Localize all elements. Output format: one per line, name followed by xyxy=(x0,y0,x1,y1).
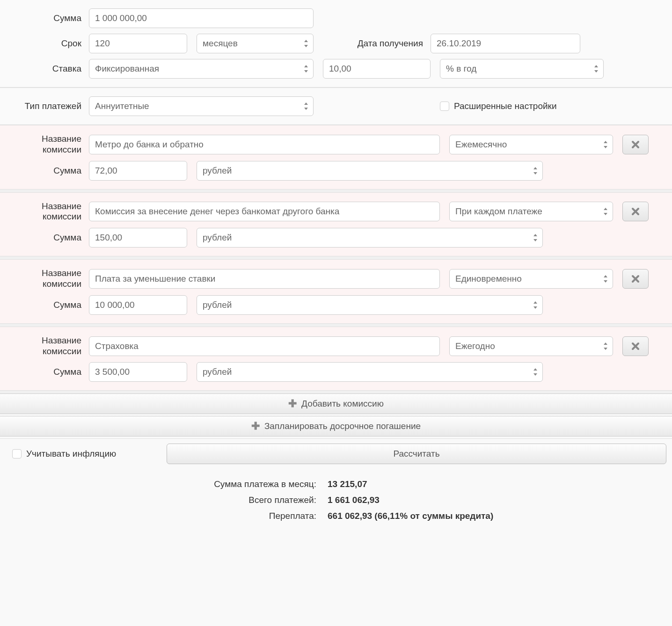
commission-unit-value: рублей xyxy=(203,233,232,243)
commission-freq-select[interactable]: При каждом платеже xyxy=(449,202,613,221)
commission-unit-select[interactable]: рублей xyxy=(197,161,543,181)
close-icon xyxy=(631,140,640,149)
commission-unit-value: рублей xyxy=(203,166,232,176)
calculate-label: Рассчитать xyxy=(393,449,439,459)
advanced-checkbox[interactable] xyxy=(440,102,449,111)
term-input[interactable] xyxy=(89,34,187,53)
commission-amount-input[interactable] xyxy=(89,295,187,315)
commission-unit-value: рублей xyxy=(203,367,232,377)
inflation-label: Учитывать инфляцию xyxy=(26,449,167,459)
commission-amount-input[interactable] xyxy=(89,161,187,181)
term-unit-select[interactable]: месяцев xyxy=(197,34,314,53)
plan-early-label: Запланировать досрочное погашение xyxy=(264,421,421,431)
plus-icon: ✚ xyxy=(288,398,297,410)
monthly-payment-label: Сумма платежа в месяц: xyxy=(0,479,328,489)
delete-commission-button[interactable] xyxy=(622,135,649,154)
commission-name-label: Названиекомиссии xyxy=(0,134,89,155)
chevron-updown-icon xyxy=(603,342,608,350)
commission-amount-label: Сумма xyxy=(0,166,89,176)
chevron-updown-icon xyxy=(304,65,308,73)
chevron-updown-icon xyxy=(533,234,538,241)
chevron-updown-icon xyxy=(533,167,538,175)
commission-freq-select[interactable]: Ежегодно xyxy=(449,336,613,356)
commission-amount-label: Сумма xyxy=(0,367,89,377)
date-input[interactable] xyxy=(431,34,580,53)
chevron-updown-icon xyxy=(533,368,538,376)
chevron-updown-icon xyxy=(603,275,608,283)
close-icon xyxy=(631,342,640,350)
delete-commission-button[interactable] xyxy=(622,269,649,289)
commission-amount-label: Сумма xyxy=(0,233,89,243)
close-icon xyxy=(631,275,640,283)
plan-early-button[interactable]: ✚ Запланировать досрочное погашение xyxy=(0,416,672,437)
close-icon xyxy=(631,207,640,216)
chevron-updown-icon xyxy=(603,141,608,148)
commission-freq-value: При каждом платеже xyxy=(455,206,542,217)
chevron-updown-icon xyxy=(533,301,538,309)
rate-type-value: Фиксированная xyxy=(95,64,159,74)
commission-name-label: Названиекомиссии xyxy=(0,335,89,357)
chevron-updown-icon xyxy=(594,65,599,73)
commission-unit-select[interactable]: рублей xyxy=(197,362,543,382)
payment-type-value: Аннуитетные xyxy=(95,101,149,111)
rate-value-input[interactable] xyxy=(323,59,431,79)
rate-label: Ставка xyxy=(0,64,89,74)
commission-freq-value: Единовременно xyxy=(455,274,522,284)
term-unit-value: месяцев xyxy=(203,38,238,49)
commission-name-label: Названиекомиссии xyxy=(0,201,89,223)
payment-type-select[interactable]: Аннуитетные xyxy=(89,96,314,116)
term-label: Срок xyxy=(0,38,89,49)
commission-name-input[interactable] xyxy=(89,336,440,356)
chevron-updown-icon xyxy=(304,40,308,47)
chevron-updown-icon xyxy=(603,208,608,215)
add-commission-button[interactable]: ✚ Добавить комиссию xyxy=(0,393,672,414)
overpayment-value: 661 062,93 (66,11% от суммы кредита) xyxy=(328,511,493,521)
calculate-button[interactable]: Рассчитать xyxy=(167,444,666,464)
amount-label: Сумма xyxy=(0,13,89,23)
commission-freq-value: Ежемесячно xyxy=(455,139,507,150)
payment-type-label: Тип платежей xyxy=(0,101,89,111)
advanced-label: Расширенные настройки xyxy=(454,101,557,111)
date-label: Дата получения xyxy=(314,38,431,49)
overpayment-label: Переплата: xyxy=(0,511,328,521)
commission-name-input[interactable] xyxy=(89,269,440,289)
delete-commission-button[interactable] xyxy=(622,202,649,221)
commission-amount-input[interactable] xyxy=(89,362,187,382)
monthly-payment-value: 13 215,07 xyxy=(328,479,367,489)
total-payments-value: 1 661 062,93 xyxy=(328,495,380,505)
rate-type-select[interactable]: Фиксированная xyxy=(89,59,314,79)
commission-unit-select[interactable]: рублей xyxy=(197,295,543,315)
commission-name-input[interactable] xyxy=(89,202,440,221)
plus-icon: ✚ xyxy=(251,420,260,432)
rate-unit-value: % в год xyxy=(446,64,476,74)
total-payments-label: Всего платежей: xyxy=(0,495,328,505)
commission-amount-label: Сумма xyxy=(0,300,89,310)
chevron-updown-icon xyxy=(304,102,308,110)
commission-unit-value: рублей xyxy=(203,300,232,310)
commission-freq-select[interactable]: Единовременно xyxy=(449,269,613,289)
commission-freq-select[interactable]: Ежемесячно xyxy=(449,135,613,154)
commission-amount-input[interactable] xyxy=(89,228,187,247)
commission-name-input[interactable] xyxy=(89,135,440,154)
commission-unit-select[interactable]: рублей xyxy=(197,228,543,247)
commission-freq-value: Ежегодно xyxy=(455,341,495,351)
rate-unit-select[interactable]: % в год xyxy=(440,59,604,79)
amount-input[interactable] xyxy=(89,8,314,28)
commission-name-label: Названиекомиссии xyxy=(0,268,89,290)
delete-commission-button[interactable] xyxy=(622,336,649,356)
add-commission-label: Добавить комиссию xyxy=(301,399,384,409)
inflation-checkbox[interactable] xyxy=(12,449,22,459)
